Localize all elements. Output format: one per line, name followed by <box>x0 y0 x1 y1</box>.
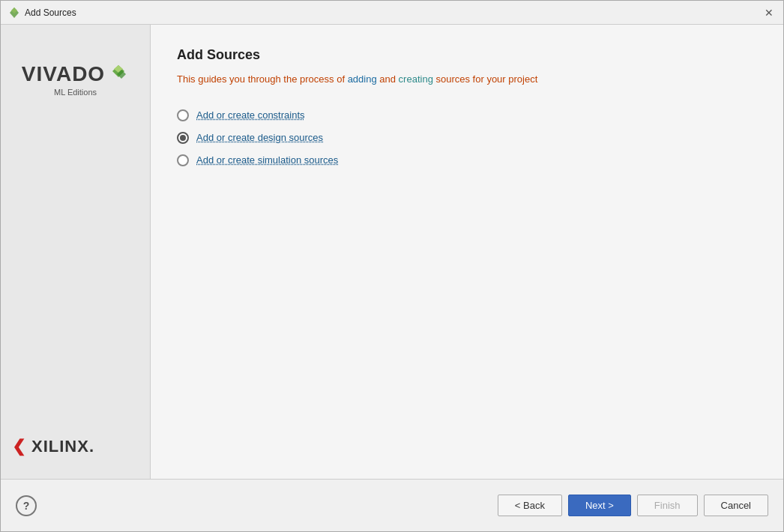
xilinx-logo: ❮ XILINX. <box>12 437 139 464</box>
add-sources-window: Add Sources ✕ VIVADO ML Editions <box>0 0 784 532</box>
footer-left: ? <box>16 495 37 516</box>
content-area: Add Sources This guides you through the … <box>151 25 783 479</box>
radio-simulation[interactable] <box>177 154 189 166</box>
finish-button[interactable]: Finish <box>637 495 698 516</box>
cancel-button[interactable]: Cancel <box>704 495 768 516</box>
title-bar-left: Add Sources <box>8 7 76 19</box>
radio-constraints[interactable] <box>177 109 189 121</box>
desc-text-2: and <box>377 73 399 85</box>
vivado-edition-label: ML Editions <box>54 88 97 97</box>
vivado-label: VIVADO <box>22 62 105 86</box>
desc-text-adding: adding <box>348 73 377 85</box>
radio-design-fill <box>180 135 186 141</box>
desc-text-3: sources for your project <box>433 73 537 85</box>
desc-text-creating: creating <box>399 73 433 85</box>
options-list: Add or create constraints Add or create … <box>177 109 757 166</box>
vivado-logo-text: VIVADO <box>22 62 129 86</box>
xilinx-icon: ❮ <box>12 437 25 456</box>
option-simulation[interactable]: Add or create simulation sources <box>177 154 757 166</box>
option-simulation-label: Add or create simulation sources <box>196 154 338 166</box>
next-button[interactable]: Next > <box>568 495 631 516</box>
close-button[interactable]: ✕ <box>762 6 776 19</box>
window-title: Add Sources <box>25 7 76 18</box>
help-button[interactable]: ? <box>16 495 37 516</box>
content-title: Add Sources <box>177 47 757 63</box>
title-bar: Add Sources ✕ <box>1 1 783 25</box>
option-design[interactable]: Add or create design sources <box>177 132 757 144</box>
vivado-logo: VIVADO ML Editions <box>12 40 139 97</box>
option-design-label: Add or create design sources <box>196 132 323 143</box>
vivado-leaf-icon <box>108 64 129 85</box>
content-description: This guides you through the process of a… <box>177 72 757 87</box>
footer: ? < Back Next > Finish Cancel <box>1 479 783 531</box>
xilinx-label: XILINX. <box>31 437 94 456</box>
vivado-title-icon <box>8 7 20 19</box>
option-constraints[interactable]: Add or create constraints <box>177 109 757 121</box>
option-constraints-label: Add or create constraints <box>196 109 305 121</box>
footer-right: < Back Next > Finish Cancel <box>498 495 768 516</box>
main-content: VIVADO ML Editions ❮ XILINX. Ad <box>1 25 783 479</box>
sidebar: VIVADO ML Editions ❮ XILINX. <box>1 25 151 479</box>
desc-text-1: This guides you through the process of <box>177 73 348 85</box>
back-button[interactable]: < Back <box>498 495 562 516</box>
radio-design[interactable] <box>177 132 189 144</box>
